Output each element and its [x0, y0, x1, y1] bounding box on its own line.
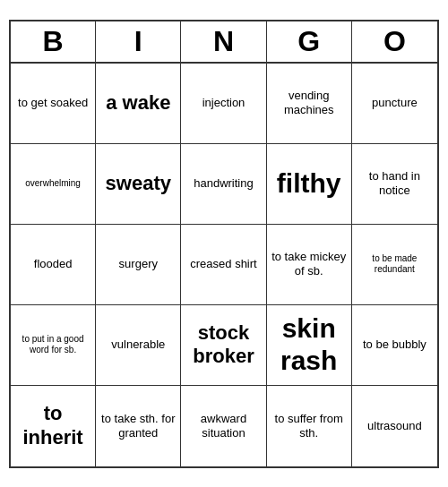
cell-text: skin rash	[271, 312, 348, 377]
bingo-cell: skin rash	[267, 305, 352, 386]
header-letter: G	[267, 21, 352, 62]
cell-text: handwriting	[194, 176, 254, 191]
bingo-card: BINGO to get soakeda wakeinjectionvendin…	[9, 20, 439, 468]
bingo-cell: creased shirt	[181, 225, 266, 305]
header-letter: I	[96, 21, 181, 62]
bingo-cell: sweaty	[96, 144, 181, 225]
cell-text: awkward situation	[185, 412, 262, 440]
cell-text: sweaty	[106, 172, 171, 195]
cell-text: to be made redundant	[356, 253, 434, 275]
bingo-cell: to hand in notice	[352, 144, 437, 225]
cell-text: to take mickey of sb.	[271, 250, 348, 278]
cell-text: filthy	[277, 167, 341, 200]
cell-text: creased shirt	[190, 257, 256, 271]
cell-text: injection	[202, 96, 246, 110]
bingo-cell: handwriting	[181, 144, 266, 225]
cell-text: to hand in notice	[356, 169, 434, 197]
bingo-cell: injection	[181, 64, 266, 144]
bingo-cell: a wake	[96, 64, 181, 144]
bingo-cell: vulnerable	[96, 305, 181, 386]
cell-text: vulnerable	[111, 337, 165, 352]
cell-text: puncture	[372, 96, 418, 110]
header-letter: O	[352, 21, 437, 62]
cell-text: to be bubbly	[363, 337, 426, 352]
header-letter: B	[11, 21, 96, 62]
bingo-cell: stock broker	[181, 305, 266, 386]
bingo-cell: to take sth. for granted	[96, 386, 181, 466]
bingo-cell: filthy	[267, 144, 352, 225]
bingo-cell: to inherit	[11, 386, 96, 466]
cell-text: to take sth. for granted	[99, 412, 177, 440]
bingo-cell: surgery	[96, 225, 181, 305]
bingo-header: BINGO	[11, 21, 437, 64]
bingo-cell: flooded	[11, 225, 96, 305]
cell-text: to inherit	[14, 402, 91, 449]
bingo-cell: overwhelming	[11, 144, 96, 225]
bingo-cell: to put in a good word for sb.	[11, 305, 96, 386]
bingo-cell: to be bubbly	[352, 305, 437, 386]
cell-text: to put in a good word for sb.	[14, 334, 91, 355]
header-letter: N	[181, 21, 266, 62]
bingo-cell: to be made redundant	[352, 225, 437, 305]
bingo-cell: puncture	[352, 64, 437, 144]
bingo-cell: to take mickey of sb.	[267, 225, 352, 305]
cell-text: flooded	[34, 257, 73, 271]
bingo-cell: to get soaked	[11, 64, 96, 144]
bingo-grid: to get soakeda wakeinjectionvending mach…	[11, 64, 437, 466]
cell-text: to suffer from sth.	[271, 412, 348, 440]
bingo-cell: awkward situation	[181, 386, 266, 466]
bingo-cell: to suffer from sth.	[267, 386, 352, 466]
cell-text: vending machines	[271, 89, 348, 116]
bingo-cell: ultrasound	[352, 386, 437, 466]
cell-text: ultrasound	[367, 419, 422, 433]
cell-text: surgery	[119, 257, 158, 271]
bingo-cell: vending machines	[267, 64, 352, 144]
cell-text: a wake	[106, 91, 170, 115]
cell-text: overwhelming	[25, 178, 81, 189]
cell-text: to get soaked	[18, 96, 88, 110]
cell-text: stock broker	[185, 321, 262, 369]
